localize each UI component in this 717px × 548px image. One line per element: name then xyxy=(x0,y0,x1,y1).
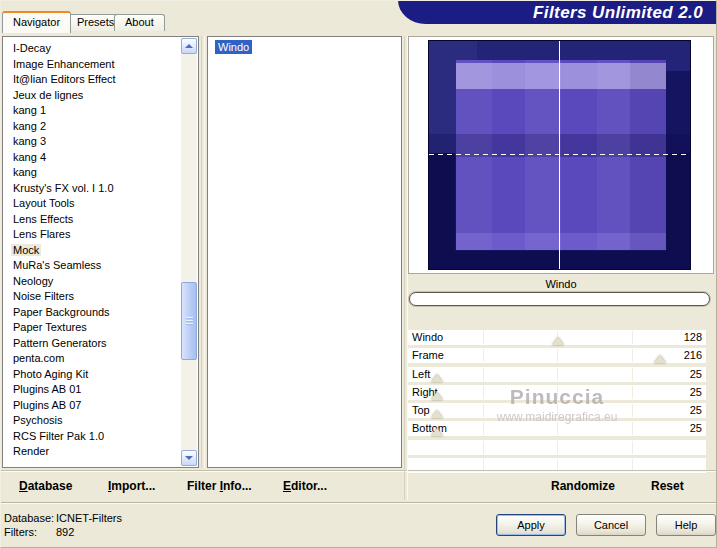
category-item[interactable]: It@lian Editors Effect xyxy=(4,72,181,88)
category-item[interactable]: Render xyxy=(4,444,181,460)
scrollbar-grip-icon xyxy=(186,317,193,326)
category-item-label: Mock xyxy=(11,244,41,256)
category-item-label: Plugins AB 07 xyxy=(11,399,84,411)
category-item[interactable]: Lens Flares xyxy=(4,227,181,243)
category-item[interactable]: Paper Backgrounds xyxy=(4,305,181,321)
category-item-label: kang 3 xyxy=(11,135,48,147)
slider-thumb[interactable] xyxy=(552,337,564,345)
slider-tick xyxy=(632,422,633,435)
database-button[interactable]: Database xyxy=(19,479,72,493)
slider-value: 216 xyxy=(684,349,702,362)
slider-tick xyxy=(483,331,484,344)
category-item-label: Plugins AB 01 xyxy=(11,383,84,395)
category-item[interactable]: I-Decay xyxy=(4,41,181,57)
category-item[interactable]: RCS Filter Pak 1.0 xyxy=(4,429,181,445)
category-item-label: kang xyxy=(11,166,39,178)
randomize-button[interactable]: Randomize xyxy=(551,479,615,493)
slider-tick xyxy=(483,404,484,417)
category-item[interactable]: kang 2 xyxy=(4,119,181,135)
category-item[interactable]: Plugins AB 01 xyxy=(4,382,181,398)
category-item-label: I-Decay xyxy=(11,42,53,54)
status-filters: Filters:892 xyxy=(4,526,74,538)
category-item-label: Paper Backgrounds xyxy=(11,306,112,318)
scrollbar-thumb[interactable] xyxy=(181,282,197,360)
status-filters-label: Filters: xyxy=(4,526,56,538)
category-item[interactable]: Jeux de lignes xyxy=(4,88,181,104)
category-item[interactable]: Image Enhancement xyxy=(4,57,181,73)
category-item[interactable]: kang 4 xyxy=(4,150,181,166)
slider-tick xyxy=(483,349,484,362)
category-list-panel: I-DecayImage EnhancementIt@lian Editors … xyxy=(2,36,199,468)
category-item[interactable]: penta.com xyxy=(4,351,181,367)
category-item-label: Jeux de lignes xyxy=(11,89,85,101)
category-item[interactable]: Noise Filters xyxy=(4,289,181,305)
slider-value: 128 xyxy=(684,331,702,344)
category-item-label: kang 4 xyxy=(11,151,48,163)
slider-tick xyxy=(632,368,633,381)
category-item[interactable]: Lens Effects xyxy=(4,212,181,228)
category-item[interactable]: kang 3 xyxy=(4,134,181,150)
crosshair-horizontal-line xyxy=(429,154,690,155)
slider-value: 25 xyxy=(690,368,702,381)
filter-item[interactable]: Windo xyxy=(215,40,252,54)
category-item-label: Krusty's FX vol. I 1.0 xyxy=(11,182,116,194)
category-item-label: Paper Textures xyxy=(11,321,89,333)
preview-panel xyxy=(408,36,714,274)
tab-about[interactable]: About xyxy=(114,14,165,31)
scroll-up-button[interactable] xyxy=(181,38,197,54)
category-item[interactable]: Photo Aging Kit xyxy=(4,367,181,383)
scroll-down-button[interactable] xyxy=(181,450,197,466)
preview-image[interactable] xyxy=(428,40,691,270)
category-item-label: It@lian Editors Effect xyxy=(11,73,118,85)
slider-row[interactable]: Windo128 xyxy=(408,330,706,345)
help-button[interactable]: Help xyxy=(656,514,716,536)
status-filters-value: 892 xyxy=(56,526,74,538)
slider-tick xyxy=(557,349,558,362)
slider-value: 25 xyxy=(690,404,702,417)
status-database: Database:ICNET-Filters xyxy=(4,512,122,524)
category-item-label: Layout Tools xyxy=(11,197,77,209)
category-item[interactable]: Paper Textures xyxy=(4,320,181,336)
preview-frame-left xyxy=(429,153,455,251)
category-item[interactable]: Mock xyxy=(4,243,181,259)
reset-button[interactable]: Reset xyxy=(651,479,684,493)
category-item[interactable]: Pattern Generators xyxy=(4,336,181,352)
category-item[interactable]: MuRa's Seamless xyxy=(4,258,181,274)
filter-info-button[interactable]: Filter Info... xyxy=(187,479,252,493)
category-scrollbar[interactable] xyxy=(181,38,197,466)
arrow-down-icon xyxy=(185,456,193,460)
progress-bar xyxy=(409,292,710,306)
slider-row[interactable]: Left25 xyxy=(408,367,706,382)
slider-tick xyxy=(557,422,558,435)
slider-thumb[interactable] xyxy=(431,410,443,418)
category-item[interactable]: Plugins AB 07 xyxy=(4,398,181,414)
category-item[interactable]: Neology xyxy=(4,274,181,290)
editor-button[interactable]: Editor... xyxy=(283,479,327,493)
category-item[interactable]: kang 1 xyxy=(4,103,181,119)
category-item[interactable]: kang xyxy=(4,165,181,181)
slider-tick xyxy=(557,404,558,417)
slider-row[interactable]: Frame216 xyxy=(408,348,706,363)
slider-row[interactable]: Bottom25 xyxy=(408,421,706,436)
cancel-button[interactable]: Cancel xyxy=(576,514,646,536)
category-item[interactable]: Psychosis xyxy=(4,413,181,429)
slider-row[interactable]: Top25 xyxy=(408,403,706,418)
slider-thumb[interactable] xyxy=(431,428,443,436)
slider-row[interactable]: Right25 xyxy=(408,385,706,400)
panel-divider xyxy=(201,36,205,468)
status-database-value: ICNET-Filters xyxy=(56,512,122,524)
category-list: I-DecayImage EnhancementIt@lian Editors … xyxy=(4,38,181,466)
category-item-label: Image Enhancement xyxy=(11,58,117,70)
category-item[interactable]: Krusty's FX vol. I 1.0 xyxy=(4,181,181,197)
slider-thumb[interactable] xyxy=(431,374,443,382)
slider-label: Top xyxy=(412,404,430,417)
slider-thumb[interactable] xyxy=(654,355,666,363)
tab-navigator[interactable]: Navigator xyxy=(2,11,71,33)
category-item[interactable]: Layout Tools xyxy=(4,196,181,212)
slider-thumb[interactable] xyxy=(431,392,443,400)
category-item-label: kang 1 xyxy=(11,104,48,116)
apply-button[interactable]: Apply xyxy=(496,514,566,536)
slider-list: Windo128Frame216Left25Right25Top25Bottom… xyxy=(408,330,706,476)
import-button[interactable]: Import... xyxy=(108,479,155,493)
slider-label: Windo xyxy=(412,331,443,344)
